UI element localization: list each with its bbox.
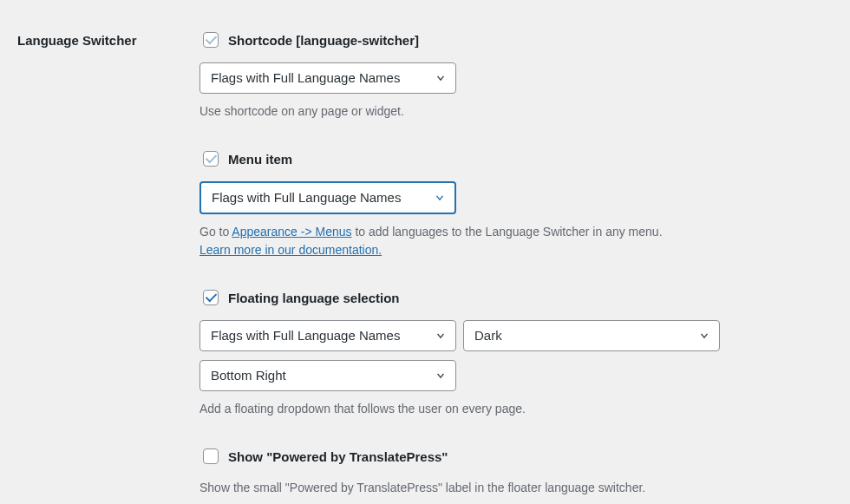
powered-help: Show the small "Powered by TranslatePres…	[199, 479, 833, 497]
shortcode-checkbox[interactable]	[203, 32, 219, 48]
powered-label: Show "Powered by TranslatePress"	[228, 449, 448, 464]
floating-style-select[interactable]: Flags with Full Language Names	[199, 320, 456, 351]
section-title: Language Switcher	[17, 33, 137, 48]
powered-checkbox[interactable]	[203, 448, 219, 464]
floating-block: Floating language selection Flags with F…	[199, 287, 833, 418]
menu-item-block: Menu item Flags with Full Language Names…	[199, 148, 833, 259]
floating-help: Add a floating dropdown that follows the…	[199, 400, 833, 418]
shortcode-block: Shortcode [language-switcher] Flags with…	[199, 29, 833, 121]
powered-block: Show "Powered by TranslatePress" Show th…	[199, 446, 833, 497]
shortcode-style-select[interactable]: Flags with Full Language Names	[199, 62, 456, 94]
shortcode-label: Shortcode [language-switcher]	[228, 33, 419, 48]
menu-item-help: Go to Appearance -> Menus to add languag…	[199, 223, 833, 259]
menu-item-checkbox[interactable]	[203, 151, 219, 167]
menu-item-label: Menu item	[228, 152, 292, 167]
documentation-link[interactable]: Learn more in our documentation.	[199, 243, 382, 257]
menu-item-style-select[interactable]: Flags with Full Language Names	[199, 181, 456, 214]
floating-theme-select[interactable]: Dark	[463, 320, 720, 351]
shortcode-help: Use shortcode on any page or widget.	[199, 102, 833, 121]
floating-label: Floating language selection	[228, 291, 400, 305]
appearance-menus-link[interactable]: Appearance -> Menus	[232, 225, 351, 239]
floating-position-select[interactable]: Bottom Right	[199, 360, 456, 391]
floating-checkbox[interactable]	[203, 290, 219, 305]
